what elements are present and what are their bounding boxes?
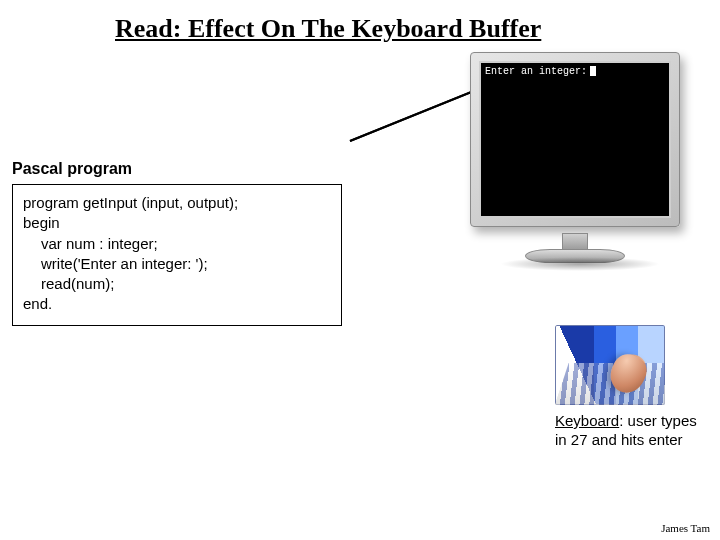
keyboard-caption-label: Keyboard — [555, 412, 619, 429]
code-line: program getInput (input, output); — [23, 193, 331, 213]
terminal-prompt: Enter an integer: — [485, 66, 596, 77]
footer-author: James Tam — [661, 522, 710, 534]
code-line: var num : integer; — [23, 234, 331, 254]
keyboard-caption: Keyboard: user types in 27 and hits ente… — [555, 412, 700, 450]
monitor-shadow — [500, 257, 660, 271]
monitor-screen: Enter an integer: — [479, 61, 671, 218]
keyboard-photo — [555, 325, 665, 405]
monitor-frame: Enter an integer: — [470, 52, 680, 227]
pascal-code-box: program getInput (input, output); begin … — [12, 184, 342, 326]
code-line: begin — [23, 213, 331, 233]
page-title: Read: Effect On The Keyboard Buffer — [115, 14, 541, 44]
monitor-illustration: Enter an integer: — [470, 52, 700, 282]
terminal-prompt-text: Enter an integer: — [485, 66, 587, 77]
section-label-pascal-program: Pascal program — [12, 160, 132, 178]
code-line: read(num); — [23, 274, 331, 294]
code-line: write('Enter an integer: '); — [23, 254, 331, 274]
code-line: end. — [23, 294, 331, 314]
cursor-icon — [590, 66, 596, 76]
